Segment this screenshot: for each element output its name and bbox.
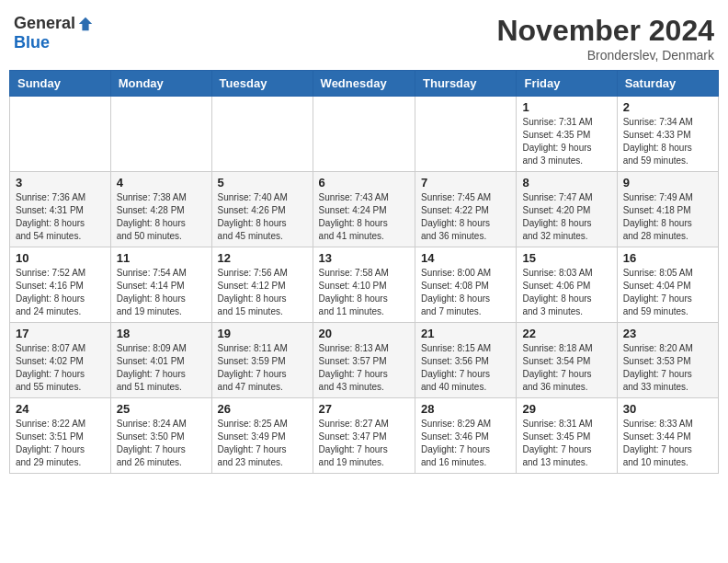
calendar-cell: 12Sunrise: 7:56 AM Sunset: 4:12 PM Dayli… xyxy=(211,247,313,323)
calendar-cell: 28Sunrise: 8:29 AM Sunset: 3:46 PM Dayli… xyxy=(415,398,517,474)
day-number: 19 xyxy=(218,327,307,340)
day-info: Sunrise: 7:43 AM Sunset: 4:24 PM Dayligh… xyxy=(319,191,409,243)
calendar-cell xyxy=(10,97,111,172)
day-info: Sunrise: 7:45 AM Sunset: 4:22 PM Dayligh… xyxy=(421,191,510,243)
calendar-cell: 22Sunrise: 8:18 AM Sunset: 3:54 PM Dayli… xyxy=(517,323,617,398)
day-info: Sunrise: 7:54 AM Sunset: 4:14 PM Dayligh… xyxy=(117,267,206,318)
calendar-cell: 13Sunrise: 7:58 AM Sunset: 4:10 PM Dayli… xyxy=(313,247,415,323)
day-info: Sunrise: 8:13 AM Sunset: 3:57 PM Dayligh… xyxy=(319,342,409,394)
day-number: 12 xyxy=(218,251,307,265)
calendar-cell: 20Sunrise: 8:13 AM Sunset: 3:57 PM Dayli… xyxy=(313,323,415,398)
calendar-cell: 27Sunrise: 8:27 AM Sunset: 3:47 PM Dayli… xyxy=(313,398,415,474)
day-number: 17 xyxy=(16,327,105,340)
calendar-cell: 2Sunrise: 7:34 AM Sunset: 4:33 PM Daylig… xyxy=(617,97,718,172)
day-info: Sunrise: 8:11 AM Sunset: 3:59 PM Dayligh… xyxy=(218,342,307,394)
calendar-header-row: SundayMondayTuesdayWednesdayThursdayFrid… xyxy=(10,71,719,97)
day-info: Sunrise: 7:56 AM Sunset: 4:12 PM Dayligh… xyxy=(218,267,307,318)
logo-icon xyxy=(77,16,94,32)
day-number: 11 xyxy=(117,251,206,265)
day-info: Sunrise: 8:33 AM Sunset: 3:44 PM Dayligh… xyxy=(623,418,712,469)
title-area: November 2024 Bronderslev, Denmark xyxy=(496,14,714,63)
day-info: Sunrise: 8:29 AM Sunset: 3:46 PM Dayligh… xyxy=(421,418,510,469)
calendar-cell: 11Sunrise: 7:54 AM Sunset: 4:14 PM Dayli… xyxy=(110,247,211,323)
calendar-cell: 21Sunrise: 8:15 AM Sunset: 3:56 PM Dayli… xyxy=(415,323,517,398)
calendar-cell: 29Sunrise: 8:31 AM Sunset: 3:45 PM Dayli… xyxy=(517,398,617,474)
col-header-tuesday: Tuesday xyxy=(211,71,313,97)
logo: General Blue xyxy=(14,14,94,52)
day-info: Sunrise: 8:25 AM Sunset: 3:49 PM Dayligh… xyxy=(218,418,307,469)
day-number: 13 xyxy=(319,251,409,265)
day-number: 7 xyxy=(421,176,510,190)
calendar-cell: 17Sunrise: 8:07 AM Sunset: 4:02 PM Dayli… xyxy=(10,323,111,398)
day-info: Sunrise: 7:52 AM Sunset: 4:16 PM Dayligh… xyxy=(16,267,105,318)
day-info: Sunrise: 8:27 AM Sunset: 3:47 PM Dayligh… xyxy=(319,418,409,469)
day-info: Sunrise: 7:31 AM Sunset: 4:35 PM Dayligh… xyxy=(522,116,610,167)
day-number: 25 xyxy=(117,402,206,416)
calendar-cell: 26Sunrise: 8:25 AM Sunset: 3:49 PM Dayli… xyxy=(211,398,313,474)
calendar: SundayMondayTuesdayWednesdayThursdayFrid… xyxy=(9,70,719,474)
day-number: 1 xyxy=(522,100,610,114)
day-number: 16 xyxy=(623,251,712,265)
location: Bronderslev, Denmark xyxy=(496,48,714,63)
calendar-cell xyxy=(415,97,517,172)
day-info: Sunrise: 8:09 AM Sunset: 4:01 PM Dayligh… xyxy=(117,342,206,394)
calendar-cell: 9Sunrise: 7:49 AM Sunset: 4:18 PM Daylig… xyxy=(617,172,718,247)
calendar-cell: 7Sunrise: 7:45 AM Sunset: 4:22 PM Daylig… xyxy=(415,172,517,247)
header: General Blue November 2024 Bronderslev, … xyxy=(9,9,719,63)
day-info: Sunrise: 8:20 AM Sunset: 3:53 PM Dayligh… xyxy=(623,342,712,394)
week-row-1: 1Sunrise: 7:31 AM Sunset: 4:35 PM Daylig… xyxy=(10,97,719,172)
day-info: Sunrise: 8:15 AM Sunset: 3:56 PM Dayligh… xyxy=(421,342,510,394)
day-number: 18 xyxy=(117,327,206,340)
calendar-cell: 16Sunrise: 8:05 AM Sunset: 4:04 PM Dayli… xyxy=(617,247,718,323)
calendar-cell xyxy=(110,97,211,172)
calendar-cell: 8Sunrise: 7:47 AM Sunset: 4:20 PM Daylig… xyxy=(517,172,617,247)
day-info: Sunrise: 7:38 AM Sunset: 4:28 PM Dayligh… xyxy=(117,191,206,243)
day-number: 4 xyxy=(117,176,206,190)
calendar-cell: 4Sunrise: 7:38 AM Sunset: 4:28 PM Daylig… xyxy=(110,172,211,247)
col-header-thursday: Thursday xyxy=(415,71,517,97)
day-number: 6 xyxy=(319,176,409,190)
col-header-friday: Friday xyxy=(517,71,617,97)
logo-blue-text: Blue xyxy=(14,33,50,52)
day-number: 23 xyxy=(623,327,712,340)
day-number: 10 xyxy=(16,251,105,265)
calendar-cell xyxy=(211,97,313,172)
calendar-cell: 25Sunrise: 8:24 AM Sunset: 3:50 PM Dayli… xyxy=(110,398,211,474)
col-header-wednesday: Wednesday xyxy=(313,71,415,97)
day-info: Sunrise: 8:31 AM Sunset: 3:45 PM Dayligh… xyxy=(522,418,610,469)
day-number: 30 xyxy=(623,402,712,416)
week-row-3: 10Sunrise: 7:52 AM Sunset: 4:16 PM Dayli… xyxy=(10,247,719,323)
day-info: Sunrise: 7:36 AM Sunset: 4:31 PM Dayligh… xyxy=(16,191,105,243)
day-number: 28 xyxy=(421,402,510,416)
calendar-cell: 6Sunrise: 7:43 AM Sunset: 4:24 PM Daylig… xyxy=(313,172,415,247)
calendar-cell: 18Sunrise: 8:09 AM Sunset: 4:01 PM Dayli… xyxy=(110,323,211,398)
week-row-2: 3Sunrise: 7:36 AM Sunset: 4:31 PM Daylig… xyxy=(10,172,719,247)
day-info: Sunrise: 8:05 AM Sunset: 4:04 PM Dayligh… xyxy=(623,267,712,318)
day-number: 21 xyxy=(421,327,510,340)
calendar-cell: 1Sunrise: 7:31 AM Sunset: 4:35 PM Daylig… xyxy=(517,97,617,172)
day-number: 15 xyxy=(522,251,610,265)
col-header-monday: Monday xyxy=(110,71,211,97)
calendar-cell: 14Sunrise: 8:00 AM Sunset: 4:08 PM Dayli… xyxy=(415,247,517,323)
day-info: Sunrise: 7:47 AM Sunset: 4:20 PM Dayligh… xyxy=(522,191,610,243)
svg-marker-0 xyxy=(79,17,92,29)
day-number: 14 xyxy=(421,251,510,265)
col-header-sunday: Sunday xyxy=(10,71,111,97)
day-number: 2 xyxy=(623,100,712,114)
calendar-cell: 5Sunrise: 7:40 AM Sunset: 4:26 PM Daylig… xyxy=(211,172,313,247)
day-number: 29 xyxy=(522,402,610,416)
day-info: Sunrise: 8:07 AM Sunset: 4:02 PM Dayligh… xyxy=(16,342,105,394)
day-info: Sunrise: 7:40 AM Sunset: 4:26 PM Dayligh… xyxy=(218,191,307,243)
day-info: Sunrise: 8:22 AM Sunset: 3:51 PM Dayligh… xyxy=(16,418,105,469)
calendar-cell: 23Sunrise: 8:20 AM Sunset: 3:53 PM Dayli… xyxy=(617,323,718,398)
day-number: 22 xyxy=(522,327,610,340)
calendar-cell: 24Sunrise: 8:22 AM Sunset: 3:51 PM Dayli… xyxy=(10,398,111,474)
calendar-cell: 15Sunrise: 8:03 AM Sunset: 4:06 PM Dayli… xyxy=(517,247,617,323)
day-number: 8 xyxy=(522,176,610,190)
week-row-5: 24Sunrise: 8:22 AM Sunset: 3:51 PM Dayli… xyxy=(10,398,719,474)
day-info: Sunrise: 7:58 AM Sunset: 4:10 PM Dayligh… xyxy=(319,267,409,318)
day-info: Sunrise: 8:00 AM Sunset: 4:08 PM Dayligh… xyxy=(421,267,510,318)
logo-general-text: General xyxy=(14,14,75,33)
month-title: November 2024 xyxy=(496,14,714,48)
day-info: Sunrise: 8:03 AM Sunset: 4:06 PM Dayligh… xyxy=(522,267,610,318)
